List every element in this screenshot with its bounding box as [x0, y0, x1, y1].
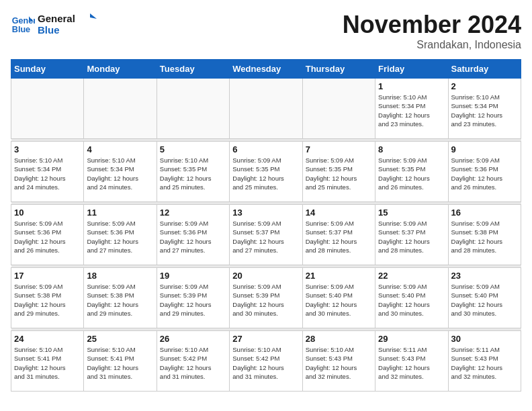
day-info: Sunrise: 5:09 AM Sunset: 5:36 PM Dayligh…: [160, 219, 226, 255]
calendar-cell: 3Sunrise: 5:10 AM Sunset: 5:34 PM Daylig…: [11, 142, 84, 202]
day-number: 15: [378, 208, 445, 218]
calendar-cell: 9Sunrise: 5:09 AM Sunset: 5:36 PM Daylig…: [448, 142, 521, 202]
day-number: 17: [14, 271, 81, 281]
day-info: Sunrise: 5:10 AM Sunset: 5:41 PM Dayligh…: [87, 345, 153, 381]
day-number: 2: [451, 81, 518, 91]
day-info: Sunrise: 5:09 AM Sunset: 5:37 PM Dayligh…: [232, 219, 299, 255]
day-number: 11: [87, 208, 153, 218]
calendar-cell: 18Sunrise: 5:09 AM Sunset: 5:38 PM Dayli…: [84, 268, 157, 328]
calendar-week-row: 1Sunrise: 5:10 AM Sunset: 5:34 PM Daylig…: [11, 79, 521, 139]
day-info: Sunrise: 5:09 AM Sunset: 5:40 PM Dayligh…: [306, 282, 372, 318]
calendar-cell: 8Sunrise: 5:09 AM Sunset: 5:35 PM Daylig…: [375, 142, 448, 202]
month-title: November 2024: [343, 11, 521, 39]
location: Srandakan, Indonesia: [343, 39, 521, 51]
calendar-cell: 19Sunrise: 5:09 AM Sunset: 5:39 PM Dayli…: [157, 268, 229, 328]
calendar-cell: 5Sunrise: 5:10 AM Sunset: 5:35 PM Daylig…: [157, 142, 229, 202]
day-info: Sunrise: 5:09 AM Sunset: 5:38 PM Dayligh…: [87, 282, 153, 318]
page-header: General Blue General Blue November 2024 …: [11, 11, 521, 51]
calendar-cell: 26Sunrise: 5:10 AM Sunset: 5:42 PM Dayli…: [157, 331, 229, 392]
weekday-header: Saturday: [448, 60, 521, 79]
calendar-cell: 21Sunrise: 5:09 AM Sunset: 5:40 PM Dayli…: [302, 268, 375, 328]
day-number: 30: [451, 334, 518, 344]
svg-marker-4: [90, 13, 97, 19]
calendar-week-row: 24Sunrise: 5:10 AM Sunset: 5:41 PM Dayli…: [11, 331, 521, 392]
calendar-cell: [157, 79, 229, 139]
day-number: 27: [232, 334, 299, 344]
calendar-cell: 16Sunrise: 5:09 AM Sunset: 5:38 PM Dayli…: [448, 205, 521, 265]
day-number: 7: [306, 144, 372, 154]
logo-svg: General Blue: [38, 11, 98, 36]
calendar-cell: 1Sunrise: 5:10 AM Sunset: 5:34 PM Daylig…: [375, 79, 448, 139]
day-info: Sunrise: 5:09 AM Sunset: 5:38 PM Dayligh…: [14, 282, 81, 318]
day-info: Sunrise: 5:10 AM Sunset: 5:34 PM Dayligh…: [87, 156, 153, 191]
day-info: Sunrise: 5:09 AM Sunset: 5:36 PM Dayligh…: [87, 219, 153, 255]
calendar-cell: 15Sunrise: 5:09 AM Sunset: 5:37 PM Dayli…: [375, 205, 448, 265]
day-number: 25: [87, 334, 153, 344]
calendar-cell: 13Sunrise: 5:09 AM Sunset: 5:37 PM Dayli…: [230, 205, 302, 265]
day-info: Sunrise: 5:09 AM Sunset: 5:37 PM Dayligh…: [306, 219, 372, 255]
svg-text:Blue: Blue: [12, 25, 30, 34]
title-area: November 2024 Srandakan, Indonesia: [343, 11, 521, 51]
calendar-header-row: SundayMondayTuesdayWednesdayThursdayFrid…: [11, 60, 521, 79]
day-number: 3: [14, 144, 81, 154]
day-number: 10: [14, 208, 81, 218]
day-info: Sunrise: 5:10 AM Sunset: 5:43 PM Dayligh…: [306, 345, 372, 381]
day-number: 23: [451, 271, 518, 281]
day-number: 21: [306, 271, 372, 281]
weekday-header: Sunday: [11, 60, 84, 79]
day-info: Sunrise: 5:10 AM Sunset: 5:35 PM Dayligh…: [160, 156, 226, 191]
weekday-header: Thursday: [302, 60, 375, 79]
svg-text:General: General: [38, 13, 75, 24]
day-number: 8: [378, 144, 445, 154]
calendar-cell: 10Sunrise: 5:09 AM Sunset: 5:36 PM Dayli…: [11, 205, 84, 265]
calendar-cell: 20Sunrise: 5:09 AM Sunset: 5:39 PM Dayli…: [230, 268, 302, 328]
day-info: Sunrise: 5:09 AM Sunset: 5:40 PM Dayligh…: [451, 282, 518, 318]
calendar-week-row: 17Sunrise: 5:09 AM Sunset: 5:38 PM Dayli…: [11, 268, 521, 328]
calendar-cell: [230, 79, 302, 139]
day-info: Sunrise: 5:09 AM Sunset: 5:35 PM Dayligh…: [232, 156, 299, 191]
day-number: 28: [306, 334, 372, 344]
calendar-cell: 4Sunrise: 5:10 AM Sunset: 5:34 PM Daylig…: [84, 142, 157, 202]
calendar-cell: 6Sunrise: 5:09 AM Sunset: 5:35 PM Daylig…: [230, 142, 302, 202]
calendar-cell: 25Sunrise: 5:10 AM Sunset: 5:41 PM Dayli…: [84, 331, 157, 392]
weekday-header: Tuesday: [157, 60, 229, 79]
calendar-cell: 11Sunrise: 5:09 AM Sunset: 5:36 PM Dayli…: [84, 205, 157, 265]
day-number: 22: [378, 271, 445, 281]
svg-text:Blue: Blue: [38, 24, 60, 36]
day-info: Sunrise: 5:10 AM Sunset: 5:34 PM Dayligh…: [378, 93, 445, 128]
day-number: 18: [87, 271, 153, 281]
day-number: 20: [232, 271, 299, 281]
day-info: Sunrise: 5:09 AM Sunset: 5:38 PM Dayligh…: [451, 219, 518, 255]
day-number: 5: [160, 144, 226, 154]
day-info: Sunrise: 5:10 AM Sunset: 5:41 PM Dayligh…: [14, 345, 81, 381]
day-number: 6: [232, 144, 299, 154]
logo: General Blue General Blue: [11, 11, 98, 36]
calendar-cell: 27Sunrise: 5:10 AM Sunset: 5:42 PM Dayli…: [230, 331, 302, 392]
day-info: Sunrise: 5:09 AM Sunset: 5:36 PM Dayligh…: [451, 156, 518, 191]
weekday-header: Friday: [375, 60, 448, 79]
calendar-cell: 24Sunrise: 5:10 AM Sunset: 5:41 PM Dayli…: [11, 331, 84, 392]
calendar-cell: 22Sunrise: 5:09 AM Sunset: 5:40 PM Dayli…: [375, 268, 448, 328]
day-info: Sunrise: 5:11 AM Sunset: 5:43 PM Dayligh…: [451, 345, 518, 381]
calendar-cell: 17Sunrise: 5:09 AM Sunset: 5:38 PM Dayli…: [11, 268, 84, 328]
day-number: 12: [160, 208, 226, 218]
day-info: Sunrise: 5:10 AM Sunset: 5:42 PM Dayligh…: [232, 345, 299, 381]
calendar-cell: 29Sunrise: 5:11 AM Sunset: 5:43 PM Dayli…: [375, 331, 448, 392]
calendar-cell: 23Sunrise: 5:09 AM Sunset: 5:40 PM Dayli…: [448, 268, 521, 328]
logo-icon: General Blue: [11, 11, 35, 36]
day-number: 4: [87, 144, 153, 154]
day-number: 9: [451, 144, 518, 154]
day-info: Sunrise: 5:09 AM Sunset: 5:37 PM Dayligh…: [378, 219, 445, 255]
calendar-cell: 12Sunrise: 5:09 AM Sunset: 5:36 PM Dayli…: [157, 205, 229, 265]
day-number: 14: [306, 208, 372, 218]
day-number: 19: [160, 271, 226, 281]
day-info: Sunrise: 5:10 AM Sunset: 5:34 PM Dayligh…: [451, 93, 518, 128]
calendar-week-row: 3Sunrise: 5:10 AM Sunset: 5:34 PM Daylig…: [11, 142, 521, 202]
calendar-cell: 7Sunrise: 5:09 AM Sunset: 5:35 PM Daylig…: [302, 142, 375, 202]
day-info: Sunrise: 5:09 AM Sunset: 5:35 PM Dayligh…: [306, 156, 372, 191]
calendar-cell: 30Sunrise: 5:11 AM Sunset: 5:43 PM Dayli…: [448, 331, 521, 392]
calendar-cell: [302, 79, 375, 139]
day-info: Sunrise: 5:09 AM Sunset: 5:39 PM Dayligh…: [232, 282, 299, 318]
calendar-cell: 2Sunrise: 5:10 AM Sunset: 5:34 PM Daylig…: [448, 79, 521, 139]
day-info: Sunrise: 5:10 AM Sunset: 5:42 PM Dayligh…: [160, 345, 226, 381]
